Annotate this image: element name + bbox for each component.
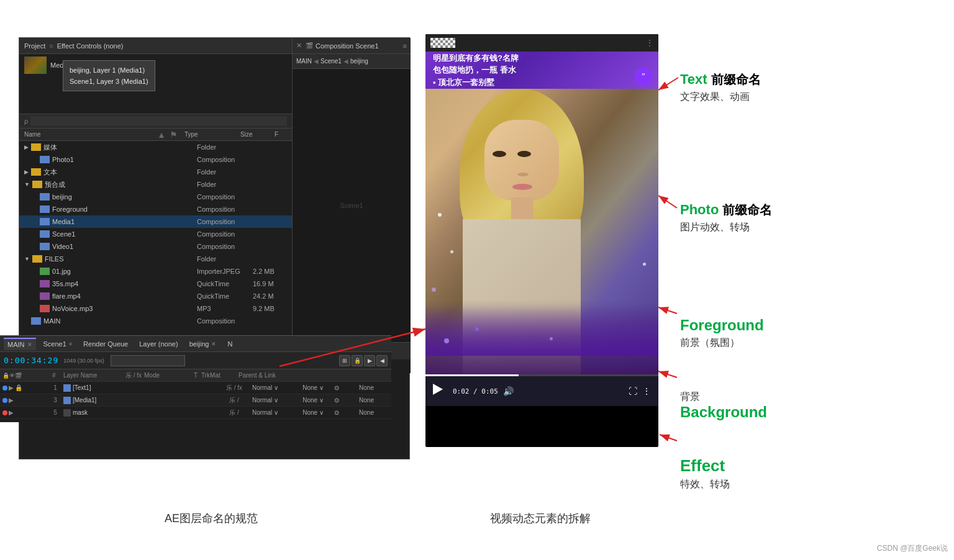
sparkle-2 bbox=[450, 250, 453, 253]
comp-icon bbox=[40, 193, 50, 201]
close-main-tab[interactable]: ✕ bbox=[27, 341, 32, 348]
solo-dot[interactable] bbox=[2, 386, 7, 391]
timeline-tab-render[interactable]: Render Queue bbox=[80, 338, 132, 350]
list-item[interactable]: ▶ NoVoice.mp3 MP3 9.2 MB bbox=[19, 302, 292, 315]
list-item[interactable]: ▶ Media1 Composition bbox=[19, 215, 292, 228]
expand-layer-5[interactable]: ▶ bbox=[9, 409, 14, 416]
list-item[interactable]: ▶ Scene1 Composition bbox=[19, 228, 292, 240]
ann-photo-subtitle: 图片动效、转场 bbox=[680, 221, 772, 234]
layer-parent-5[interactable]: None bbox=[342, 409, 391, 416]
search-input[interactable] bbox=[30, 116, 287, 126]
list-item[interactable]: ▶ 35s.mp4 QuickTime 16.9 M bbox=[19, 278, 292, 290]
t-header: T bbox=[194, 372, 201, 379]
video-title-bar: 明星到底有多有钱?名牌 包包随地扔，一瓶 香水 • 顶北京一套别墅 " bbox=[425, 52, 658, 89]
annotation-foreground: Foreground 前景（氛围） bbox=[680, 317, 764, 350]
bottom-label-right: 视频动态元素的拆解 bbox=[422, 511, 658, 526]
layer-parent-3[interactable]: None bbox=[342, 397, 391, 404]
list-item[interactable]: ▼ 预合成 Folder bbox=[19, 178, 292, 191]
ann-background-label-above: 背景 bbox=[680, 391, 767, 404]
comp-panel: ✕ 🎬 Composition Scene1 ≡ MAIN ◀ Scene1 ◀… bbox=[293, 38, 411, 373]
layer-mode-1[interactable]: Normal ∨ bbox=[243, 384, 287, 391]
solo-dot-5[interactable] bbox=[2, 410, 7, 415]
effect-tab-label[interactable]: Effect Controls (none) bbox=[57, 42, 124, 50]
comp-breadcrumb: MAIN ◀ Scene1 ◀ beijing bbox=[296, 58, 368, 65]
layer-trkmat-3[interactable]: None ∨ bbox=[294, 397, 332, 404]
list-item[interactable]: ▶ Video1 Composition bbox=[19, 240, 292, 253]
more-options-icon[interactable]: ⋮ bbox=[642, 386, 651, 396]
tooltip-item-1: beijing, Layer 1 (Media1) bbox=[70, 65, 148, 76]
play-triangle-icon bbox=[433, 384, 443, 395]
list-item[interactable]: ▶ Photo1 Composition bbox=[19, 153, 292, 166]
menu-icon[interactable]: ≡ bbox=[403, 42, 407, 50]
tl-icon-3[interactable]: ▶ bbox=[364, 355, 375, 366]
solo-dot-3[interactable] bbox=[2, 398, 7, 403]
layer-list-header: 🔒👁🎬 # Layer Name 乐 / fx Mode T TrkMat Pa… bbox=[0, 369, 391, 382]
image-icon bbox=[40, 268, 50, 275]
expand-layer-3[interactable]: ▶ bbox=[9, 397, 14, 404]
layer-type-icon-3 bbox=[63, 397, 71, 404]
photo-green-label: Photo bbox=[680, 202, 719, 217]
layer-row-5[interactable]: ▶ 5 mask 乐 / Normal ∨ None ∨ ⊙ None bbox=[0, 407, 391, 419]
layer-mode-3[interactable]: Normal ∨ bbox=[243, 397, 287, 404]
layer-parent-1[interactable]: None bbox=[342, 384, 391, 391]
list-item[interactable]: ▶ beijing Composition bbox=[19, 191, 292, 203]
layer-row-3[interactable]: ▶ 3 [Media1] 乐 / Normal ∨ None ∨ ⊙ None bbox=[0, 394, 391, 407]
volume-icon[interactable]: 🔊 bbox=[503, 386, 514, 396]
list-item[interactable]: ▶ 01.jpg ImporterJPEG 2.2 MB bbox=[19, 265, 292, 278]
list-item[interactable]: ▼ FILES Folder bbox=[19, 253, 292, 265]
comp-icon bbox=[40, 156, 50, 163]
timecode-display: 0:00:34:29 bbox=[4, 356, 58, 365]
timeline-tab-scene1[interactable]: Scene1 ≡ bbox=[40, 338, 76, 350]
header-sep: ≡ bbox=[49, 42, 53, 50]
annotations-panel: Text 前缀命名 文字效果、动画 Photo 前缀命名 图片动效、转场 For… bbox=[668, 34, 935, 506]
layer-trkmat-1[interactable]: None ∨ bbox=[294, 384, 332, 391]
trkmat-header: TrkMat bbox=[201, 372, 238, 379]
list-item[interactable]: ▶ 媒体 Folder bbox=[19, 141, 292, 153]
text-green-label: Text bbox=[680, 71, 707, 87]
video-menu-icon[interactable]: ⋮ bbox=[646, 38, 653, 47]
particle-2 bbox=[475, 327, 479, 331]
list-item[interactable]: ▶ 文本 Folder bbox=[19, 166, 292, 178]
close-icon[interactable]: ✕ bbox=[296, 42, 302, 50]
close-scene1-tab[interactable]: ≡ bbox=[69, 341, 72, 347]
layer-trkmat-5[interactable]: None ∨ bbox=[294, 409, 332, 416]
video-quote-badge: " bbox=[635, 68, 652, 85]
list-item[interactable]: ▶ Foreground Composition bbox=[19, 203, 292, 215]
project-tab-label[interactable]: Project bbox=[24, 42, 45, 50]
timeline-tab-layer[interactable]: Layer (none) bbox=[135, 338, 181, 350]
folder-icon bbox=[31, 168, 41, 176]
mode-header: Mode bbox=[144, 372, 194, 379]
video-icon bbox=[40, 280, 50, 287]
list-item[interactable]: ▶ MAIN Composition bbox=[19, 315, 292, 327]
video-progress-fill bbox=[425, 374, 519, 376]
col-flag-header: F bbox=[275, 131, 287, 138]
comp-title: Composition Scene1 bbox=[316, 42, 379, 50]
crumb-beijing[interactable]: beijing bbox=[350, 58, 368, 65]
sparkle-4 bbox=[643, 263, 646, 266]
layer-controls-3: ▶ bbox=[0, 397, 50, 404]
list-item[interactable]: ▶ flare.mp4 QuickTime 24.2 M bbox=[19, 290, 292, 302]
lock-icon-1[interactable]: 🔒 bbox=[15, 384, 22, 391]
fullscreen-icon[interactable]: ⛶ bbox=[629, 386, 637, 396]
timeline-tab-main[interactable]: MAIN ✕ bbox=[4, 338, 36, 350]
tl-icon-1[interactable]: ⊞ bbox=[339, 355, 350, 366]
play-button[interactable] bbox=[433, 384, 448, 399]
search-icon: ρ bbox=[24, 117, 28, 125]
timeline-tab-n[interactable]: N bbox=[224, 338, 236, 350]
eye-right bbox=[517, 151, 531, 157]
video-title-text: 明星到底有多有钱?名牌 包包随地扔，一瓶 香水 • 顶北京一套别墅 bbox=[433, 52, 519, 89]
layer-mode-5[interactable]: Normal ∨ bbox=[243, 409, 287, 416]
nose bbox=[517, 173, 529, 176]
crumb-scene1[interactable]: Scene1 bbox=[320, 58, 342, 65]
comp-panel-header: ✕ 🎬 Composition Scene1 ≡ bbox=[293, 38, 411, 54]
crumb-main[interactable]: MAIN bbox=[296, 58, 312, 65]
timeline-tab-beijing[interactable]: beijing ✕ bbox=[186, 338, 220, 350]
col-name-header: Name bbox=[24, 131, 157, 138]
close-beijing-tab[interactable]: ✕ bbox=[211, 341, 216, 347]
tl-icon-4[interactable]: ◀ bbox=[376, 355, 388, 366]
layer-row-1[interactable]: ▶ 🔒 1 [Text1] 乐 / fx Normal ∨ None ∨ ⊙ N… bbox=[0, 382, 391, 394]
video-progress-bar[interactable] bbox=[425, 374, 658, 376]
timeline-search[interactable] bbox=[111, 355, 185, 366]
tl-icon-2[interactable]: 🔒 bbox=[352, 355, 363, 366]
expand-layer-1[interactable]: ▶ bbox=[9, 384, 14, 391]
